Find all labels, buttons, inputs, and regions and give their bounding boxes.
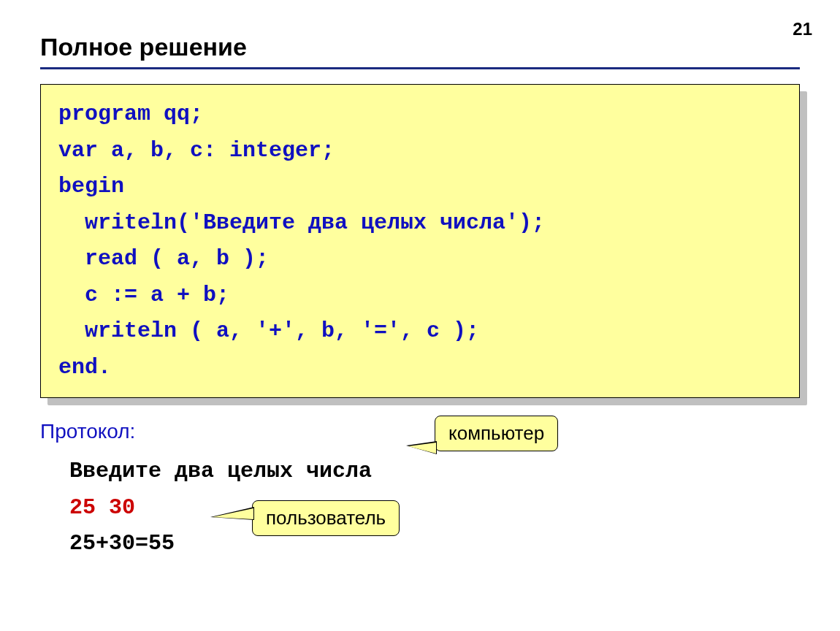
page-title: Полное решение (40, 33, 800, 61)
code-line: var a, b, c: integer; (58, 138, 335, 163)
code-block-container: program qq; var a, b, c: integer; begin … (40, 84, 800, 398)
protocol-input-line: 25 30 (69, 490, 800, 527)
code-line: read ( a, b ); (58, 246, 269, 271)
protocol-label: Протокол: (40, 420, 800, 443)
protocol-result-line: 25+30=55 (69, 526, 800, 562)
protocol-section: Протокол: Введите два целых числа 25 30 … (40, 420, 800, 562)
callout-tail-icon (406, 441, 437, 454)
protocol-output-line: Введите два целых числа (69, 454, 800, 490)
code-line: program qq; (58, 102, 203, 126)
callout-user-label: пользователь (266, 507, 386, 529)
code-line: writeln('Введите два целых числа'); (58, 210, 545, 235)
code-line: begin (58, 174, 124, 199)
page-number: 21 (793, 19, 812, 39)
code-line: end. (58, 355, 111, 380)
code-line: c := a + b; (58, 283, 229, 307)
callout-tail-icon (210, 507, 254, 520)
code-line: writeln ( a, '+', b, '=', c ); (58, 318, 479, 343)
code-block: program qq; var a, b, c: integer; begin … (40, 84, 800, 398)
callout-computer: компьютер (435, 416, 558, 451)
title-divider (40, 67, 800, 69)
callout-computer-label: компьютер (448, 422, 544, 444)
callout-user: пользователь (252, 500, 400, 536)
